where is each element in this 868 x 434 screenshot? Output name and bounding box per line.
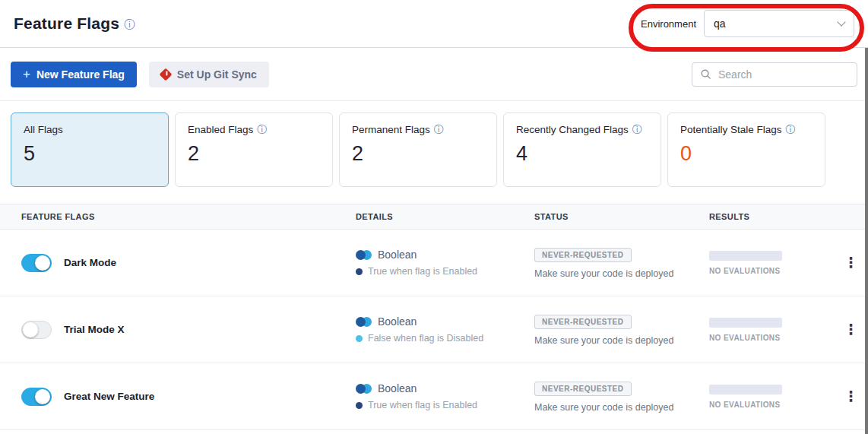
setup-git-sync-button[interactable]: Set Up Git Sync — [149, 62, 269, 87]
status-cell: NEVER-REQUESTED Make sure your code is d… — [534, 314, 709, 346]
results-bar — [709, 385, 782, 394]
boolean-type-icon — [356, 384, 372, 394]
environment-dropdown[interactable]: qa — [704, 10, 854, 37]
results-label: NO EVALUATIONS — [709, 401, 834, 409]
results-bar — [709, 251, 782, 261]
flag-rule: True when flag is Enabled — [368, 400, 477, 410]
column-header-details: DETAILS — [356, 212, 534, 221]
flag-cell: Great New Feature — [21, 388, 356, 406]
flag-name[interactable]: Trial Mode X — [64, 324, 125, 335]
details-cell: Boolean True when flag is Enabled — [356, 249, 534, 277]
status-badge: NEVER-REQUESTED — [534, 248, 632, 262]
stat-card-enabled-flags[interactable]: Enabled Flags ⓘ 2 — [175, 112, 333, 187]
flag-cell: Trial Mode X — [21, 321, 356, 339]
flag-cell: Dark Mode — [21, 254, 356, 272]
scrollbar[interactable] — [865, 48, 868, 434]
flag-type: Boolean — [378, 382, 417, 394]
info-icon[interactable]: ⓘ — [434, 125, 444, 135]
table-row: Great New Feature Boolean True when flag… — [0, 363, 868, 430]
flag-type: Boolean — [378, 315, 417, 328]
column-header-results: RESULTS — [709, 212, 834, 221]
details-cell: Boolean True when flag is Enabled — [356, 382, 534, 410]
toggle-knob — [35, 255, 50, 271]
stat-value: 5 — [24, 142, 156, 166]
search-icon — [700, 68, 711, 80]
value-dot-icon — [356, 268, 363, 275]
environment-value: qa — [714, 17, 726, 30]
flag-toggle[interactable] — [21, 388, 52, 406]
flag-name[interactable]: Great New Feature — [64, 391, 154, 402]
page-title: Feature Flags — [14, 14, 119, 33]
kebab-menu-icon[interactable]: ⋮ — [834, 255, 868, 270]
results-cell: NO EVALUATIONS — [709, 385, 834, 409]
value-dot-icon — [356, 402, 363, 409]
environment-label: Environment — [641, 18, 696, 30]
environment-selector-wrap: Environment qa — [641, 10, 854, 37]
column-header-feature-flags: FEATURE FLAGS — [21, 212, 356, 221]
stat-label: Potentially Stale Flags ⓘ — [680, 124, 813, 135]
stat-value: 2 — [352, 142, 484, 166]
kebab-menu-icon[interactable]: ⋮ — [834, 322, 868, 337]
flag-rule: True when flag is Enabled — [368, 266, 477, 277]
stats-row: All Flags 5 Enabled Flags ⓘ 2 Permanent … — [0, 101, 868, 187]
table-row: Trial Mode X Boolean False when flag is … — [0, 296, 868, 363]
kebab-menu-icon[interactable]: ⋮ — [834, 389, 868, 404]
stat-value: 2 — [188, 142, 320, 166]
table-row: Dark Mode Boolean True when flag is Enab… — [0, 230, 868, 296]
status-badge: NEVER-REQUESTED — [534, 382, 632, 396]
new-feature-flag-button[interactable]: + New Feature Flag — [11, 62, 137, 87]
flag-toggle[interactable] — [21, 321, 52, 339]
status-cell: NEVER-REQUESTED Make sure your code is d… — [534, 247, 709, 279]
search-box[interactable] — [692, 62, 857, 87]
stat-card-potentially-stale-flags[interactable]: Potentially Stale Flags ⓘ 0 — [667, 112, 825, 187]
git-icon — [159, 68, 172, 81]
results-label: NO EVALUATIONS — [709, 267, 834, 275]
value-dot-icon — [356, 335, 363, 342]
status-badge: NEVER-REQUESTED — [534, 315, 632, 329]
table-header-row: FEATURE FLAGS DETAILS STATUS RESULTS — [0, 204, 868, 230]
results-bar — [709, 318, 782, 328]
toggle-knob — [23, 322, 38, 337]
boolean-type-icon — [356, 317, 372, 327]
details-cell: Boolean False when flag is Disabled — [356, 315, 534, 344]
stat-label: Enabled Flags ⓘ — [188, 124, 320, 135]
flag-name[interactable]: Dark Mode — [64, 257, 116, 268]
column-header-status: STATUS — [534, 212, 709, 221]
stat-label: Permanent Flags ⓘ — [352, 124, 484, 135]
stat-card-all-flags[interactable]: All Flags 5 — [11, 112, 169, 187]
chevron-down-icon — [837, 17, 845, 26]
results-cell: NO EVALUATIONS — [709, 251, 834, 275]
flag-toggle[interactable] — [21, 254, 52, 272]
results-label: NO EVALUATIONS — [709, 334, 834, 342]
plus-icon: + — [23, 68, 30, 81]
info-icon[interactable]: ⓘ — [632, 125, 642, 135]
stat-card-recently-changed-flags[interactable]: Recently Changed Flags ⓘ 4 — [503, 112, 661, 187]
info-icon[interactable]: ⓘ — [257, 125, 267, 135]
status-cell: NEVER-REQUESTED Make sure your code is d… — [534, 381, 709, 413]
new-feature-flag-label: New Feature Flag — [36, 68, 125, 81]
status-text: Make sure your code is deployed — [534, 335, 709, 346]
results-cell: NO EVALUATIONS — [709, 318, 834, 342]
info-icon[interactable]: ⓘ — [786, 125, 796, 135]
toggle-knob — [35, 389, 50, 404]
feature-flags-table: FEATURE FLAGS DETAILS STATUS RESULTS Dar… — [0, 204, 868, 430]
stat-value: 4 — [516, 142, 648, 166]
status-text: Make sure your code is deployed — [534, 402, 709, 413]
git-sync-label: Set Up Git Sync — [177, 68, 257, 81]
title-wrap: Feature Flags ⓘ — [14, 14, 135, 33]
stat-label: All Flags — [24, 124, 156, 135]
boolean-type-icon — [356, 250, 372, 260]
status-text: Make sure your code is deployed — [534, 268, 709, 279]
top-bar: Feature Flags ⓘ Environment qa — [0, 0, 868, 48]
toolbar: + New Feature Flag Set Up Git Sync — [0, 48, 868, 101]
stat-label: Recently Changed Flags ⓘ — [516, 124, 648, 135]
info-icon[interactable]: ⓘ — [124, 19, 135, 30]
search-input[interactable] — [717, 68, 849, 81]
feature-flags-page: Feature Flags ⓘ Environment qa + New Fea… — [0, 0, 868, 434]
flag-rule: False when flag is Disabled — [368, 333, 483, 344]
flag-type: Boolean — [378, 249, 417, 261]
stat-card-permanent-flags[interactable]: Permanent Flags ⓘ 2 — [339, 112, 497, 187]
stat-value: 0 — [680, 142, 813, 166]
